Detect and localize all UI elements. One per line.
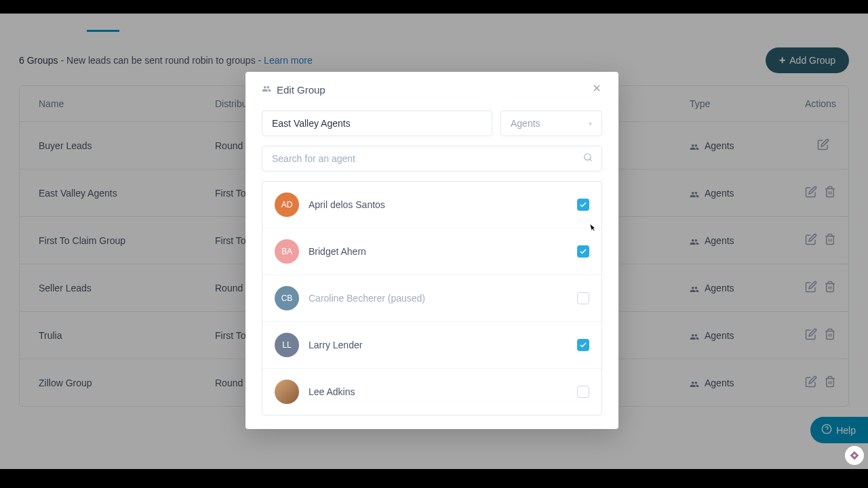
avatar: [275, 380, 299, 404]
avatar: AD: [275, 192, 299, 217]
agent-item: ADApril delos Santos: [262, 182, 601, 228]
group-icon: [262, 84, 271, 96]
agent-name: Bridget Ahern: [309, 246, 366, 257]
svg-line-15: [590, 159, 592, 161]
avatar: BA: [275, 239, 299, 264]
corner-logo: [845, 446, 864, 465]
agent-item: BABridget Ahern: [262, 228, 601, 275]
agent-checkbox[interactable]: [577, 386, 589, 398]
group-name-input[interactable]: [262, 110, 492, 136]
agent-name: Caroline Becherer (paused): [309, 293, 425, 304]
agent-item: LLLarry Lender: [262, 322, 601, 369]
agent-item: CBCaroline Becherer (paused): [262, 275, 601, 322]
type-select-value: Agents: [511, 118, 540, 129]
agent-checkbox[interactable]: [577, 199, 589, 211]
avatar: LL: [275, 333, 299, 357]
avatar: CB: [275, 286, 299, 310]
agent-item: Lee Adkins: [262, 369, 601, 415]
svg-point-14: [585, 154, 591, 160]
modal-title-text: Edit Group: [277, 84, 326, 96]
search-icon: [583, 152, 593, 165]
agent-checkbox[interactable]: [577, 339, 589, 351]
agent-name: Larry Lender: [309, 340, 362, 350]
group-type-select[interactable]: Agents ▾: [500, 110, 602, 136]
close-button[interactable]: [591, 83, 602, 97]
cursor-pointer: [587, 222, 598, 233]
chevron-down-icon: ▾: [589, 120, 592, 127]
agent-name: April delos Santos: [309, 199, 385, 210]
agent-checkbox[interactable]: [577, 292, 589, 304]
agent-list: ADApril delos SantosBABridget AhernCBCar…: [262, 181, 602, 415]
agent-name: Lee Adkins: [309, 386, 355, 397]
edit-group-modal: Edit Group Agents ▾ ADApril delos Santos…: [245, 72, 618, 429]
agent-search-input[interactable]: [262, 146, 602, 171]
agent-checkbox[interactable]: [577, 245, 589, 258]
